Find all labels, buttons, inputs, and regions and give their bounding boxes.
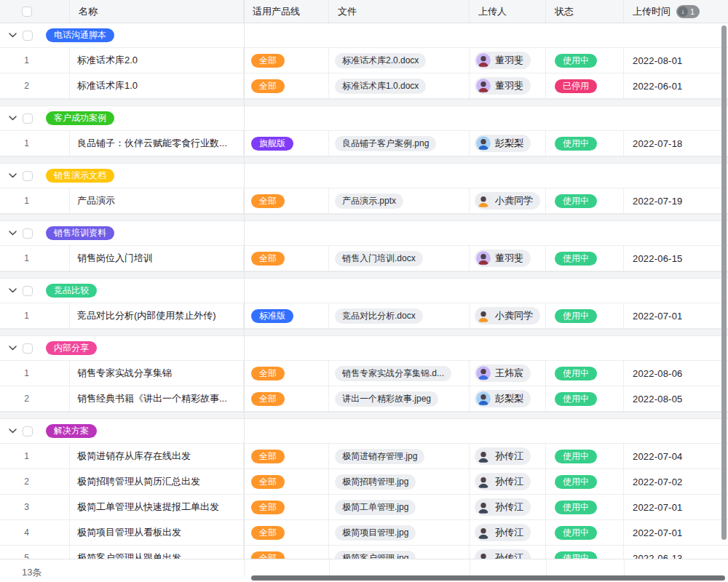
status-cell[interactable]: 使用中 — [546, 495, 624, 519]
upload-date-cell[interactable]: 2022-07-18 — [624, 131, 728, 156]
file-cell[interactable]: 极简工单管理.jpg — [329, 495, 470, 519]
uploader-cell[interactable]: 小龚同学 — [470, 188, 546, 213]
file-cell[interactable]: 销售入门培训.docx — [329, 246, 470, 271]
user-chip[interactable]: 孙传江 — [475, 524, 531, 541]
status-cell[interactable]: 使用中 — [546, 131, 624, 156]
file-attachment-chip[interactable]: 竞品对比分析.docx — [335, 308, 423, 324]
chevron-down-icon[interactable] — [7, 113, 17, 124]
product-line-cell[interactable]: 全部 — [244, 444, 329, 469]
status-cell[interactable]: 使用中 — [546, 48, 624, 73]
file-attachment-chip[interactable]: 极简招聘管理.jpg — [335, 474, 416, 490]
upload-date-cell[interactable]: 2022-07-01 — [624, 303, 728, 328]
product-line-cell[interactable]: 全部 — [244, 495, 329, 519]
name-cell[interactable]: 极简客户管理从跟单出发 — [70, 546, 244, 559]
product-line-cell[interactable]: 全部 — [244, 188, 329, 213]
product-line-cell[interactable]: 全部 — [244, 546, 329, 559]
column-header-product[interactable]: 适用产品线 — [244, 0, 329, 23]
column-header-date[interactable]: 上传时间 ↓ 1 — [624, 0, 728, 23]
upload-date-cell[interactable]: 2022-07-01 — [624, 495, 728, 519]
uploader-cell[interactable]: 孙传江 — [470, 444, 546, 469]
name-cell[interactable]: 产品演示 — [70, 188, 244, 213]
column-header-status[interactable]: 状态 — [546, 0, 624, 23]
table-row[interactable]: 1 产品演示 全部 产品演示.pptx 小龚同学 使用中 2022-07-19 — [0, 188, 728, 214]
user-chip[interactable]: 董羽斐 — [475, 52, 531, 69]
product-line-cell[interactable]: 全部 — [244, 386, 329, 411]
name-cell[interactable]: 极简进销存从库存在线出发 — [70, 444, 244, 469]
product-line-cell[interactable]: 全部 — [244, 469, 329, 494]
chevron-down-icon[interactable] — [7, 31, 17, 41]
product-line-cell[interactable]: 旗舰版 — [244, 131, 329, 156]
table-row[interactable]: 1 标准话术库2.0 全部 标准话术库2.0.docx 董羽斐 使用中 2022… — [0, 48, 728, 73]
table-row[interactable]: 5 极简客户管理从跟单出发 全部 极简客户管理.jpg 孙传江 使用中 2022… — [0, 546, 728, 559]
vertical-scrollbar[interactable] — [721, 25, 727, 540]
file-cell[interactable]: 极简项目管理.jpg — [329, 520, 470, 545]
status-cell[interactable]: 使用中 — [546, 303, 624, 328]
name-cell[interactable]: 标准话术库2.0 — [70, 48, 244, 73]
upload-date-cell[interactable]: 2022-07-01 — [624, 520, 728, 545]
table-row[interactable]: 2 标准话术库1.0 全部 标准话术库1.0.docx 董羽斐 已停用 2022… — [0, 73, 728, 99]
upload-date-cell[interactable]: 2022-08-01 — [624, 48, 728, 73]
uploader-cell[interactable]: 孙传江 — [470, 469, 546, 494]
select-all-checkbox[interactable] — [22, 7, 32, 17]
chevron-down-icon[interactable] — [7, 228, 17, 239]
chevron-down-icon[interactable] — [7, 343, 17, 354]
file-cell[interactable]: 极简客户管理.jpg — [329, 546, 470, 559]
upload-date-cell[interactable]: 2022-07-02 — [624, 469, 728, 494]
name-cell[interactable]: 销售专家实战分享集锦 — [70, 361, 244, 386]
upload-date-cell[interactable]: 2022-08-06 — [624, 361, 728, 386]
upload-date-cell[interactable]: 2022-06-01 — [624, 73, 728, 98]
uploader-cell[interactable]: 孙传江 — [470, 495, 546, 519]
group-select-checkbox[interactable] — [23, 286, 33, 296]
file-attachment-chip[interactable]: 极简项目管理.jpg — [335, 525, 416, 541]
uploader-cell[interactable]: 彭梨梨 — [470, 131, 546, 156]
table-row[interactable]: 3 极简工单管理从快速提报工单出发 全部 极简工单管理.jpg 孙传江 使用中 … — [0, 495, 728, 520]
status-cell[interactable]: 使用中 — [546, 520, 624, 545]
user-chip[interactable]: 彭梨梨 — [475, 390, 531, 407]
group-select-checkbox[interactable] — [23, 171, 33, 181]
status-cell[interactable]: 使用中 — [546, 361, 624, 386]
group-select-checkbox[interactable] — [23, 228, 33, 239]
file-cell[interactable]: 良品铺子客户案例.png — [329, 131, 470, 156]
product-line-cell[interactable]: 全部 — [244, 73, 329, 98]
user-chip[interactable]: 彭梨梨 — [475, 135, 531, 152]
group-select-checkbox[interactable] — [23, 426, 33, 436]
user-chip[interactable]: 董羽斐 — [475, 77, 531, 95]
status-cell[interactable]: 使用中 — [546, 546, 624, 559]
file-attachment-chip[interactable]: 极简进销存管理.jpg — [335, 449, 424, 464]
file-attachment-chip[interactable]: 标准话术库2.0.docx — [335, 53, 426, 68]
uploader-cell[interactable]: 董羽斐 — [470, 246, 546, 271]
file-attachment-chip[interactable]: 极简工单管理.jpg — [335, 500, 416, 515]
table-row[interactable]: 1 极简进销存从库存在线出发 全部 极简进销存管理.jpg 孙传江 使用中 20… — [0, 444, 728, 469]
user-chip[interactable]: 孙传江 — [475, 498, 531, 516]
user-chip[interactable]: 孙传江 — [475, 549, 531, 559]
status-cell[interactable]: 已停用 — [546, 73, 624, 98]
table-row[interactable]: 1 销售专家实战分享集锦 全部 销售专家实战分享集锦.d... 王炜宸 使用中 … — [0, 361, 728, 386]
name-cell[interactable]: 竞品对比分析(内部使用禁止外传) — [70, 303, 244, 328]
column-header-name[interactable]: 名称 — [70, 0, 244, 23]
file-attachment-chip[interactable]: 标准话术库1.0.docx — [335, 79, 426, 94]
product-line-cell[interactable]: 全部 — [244, 48, 329, 73]
file-attachment-chip[interactable]: 极简客户管理.jpg — [335, 551, 416, 559]
column-header-uploader[interactable]: 上传人 — [470, 0, 546, 23]
user-chip[interactable]: 董羽斐 — [475, 250, 531, 267]
table-row[interactable]: 1 销售岗位入门培训 全部 销售入门培训.docx 董羽斐 使用中 2022-0… — [0, 246, 728, 271]
uploader-cell[interactable]: 董羽斐 — [470, 48, 546, 73]
uploader-cell[interactable]: 小龚同学 — [470, 303, 546, 328]
upload-date-cell[interactable]: 2022-08-05 — [624, 386, 728, 411]
name-cell[interactable]: 销售经典书籍《讲出一个精彩故事... — [70, 386, 244, 411]
product-line-cell[interactable]: 标准版 — [244, 303, 329, 328]
file-attachment-chip[interactable]: 良品铺子客户案例.png — [335, 136, 436, 151]
file-attachment-chip[interactable]: 销售专家实战分享集锦.d... — [335, 366, 451, 381]
status-cell[interactable]: 使用中 — [546, 444, 624, 469]
user-chip[interactable]: 小龚同学 — [475, 307, 540, 324]
user-chip[interactable]: 小龚同学 — [475, 192, 540, 210]
file-cell[interactable]: 极简招聘管理.jpg — [329, 469, 470, 494]
file-attachment-chip[interactable]: 讲出一个精彩故事.jpeg — [335, 391, 438, 407]
name-cell[interactable]: 良品铺子：伙伴云赋能零食行业数... — [70, 131, 244, 156]
uploader-cell[interactable]: 彭梨梨 — [470, 386, 546, 411]
group-select-checkbox[interactable] — [23, 31, 33, 41]
table-row[interactable]: 2 极简招聘管理从简历汇总出发 全部 极简招聘管理.jpg 孙传江 使用中 20… — [0, 469, 728, 495]
table-row[interactable]: 1 竞品对比分析(内部使用禁止外传) 标准版 竞品对比分析.docx 小龚同学 … — [0, 303, 728, 329]
horizontal-scrollbar[interactable] — [251, 575, 725, 581]
name-cell[interactable]: 标准话术库1.0 — [70, 73, 244, 98]
